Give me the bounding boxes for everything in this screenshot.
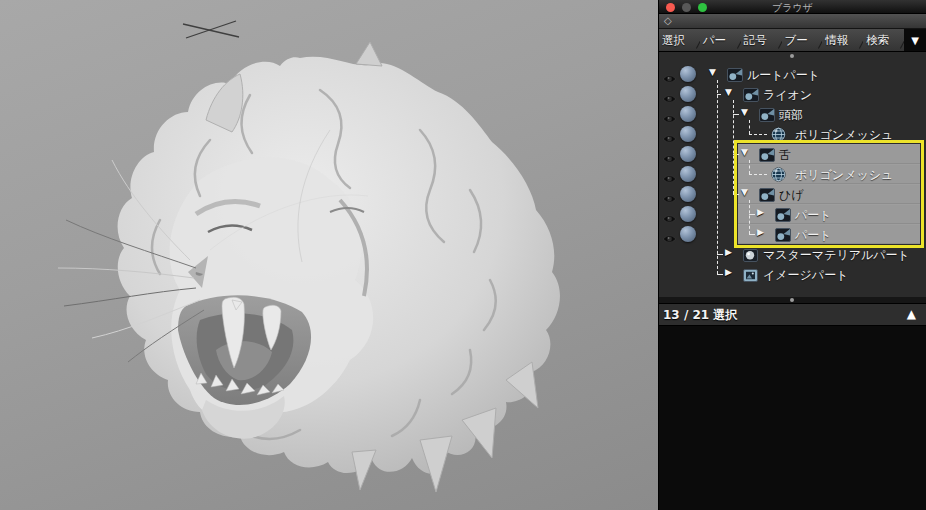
- tree-row[interactable]: ▼ルートパート: [659, 64, 926, 84]
- tree-guide-line: [749, 214, 755, 215]
- status-bar: 13 / 21 選択 ▲: [659, 303, 926, 326]
- expand-panel-triangle[interactable]: ▲: [907, 307, 916, 321]
- tree-row[interactable]: ▼頭部: [659, 104, 926, 124]
- part-icon: [775, 207, 791, 221]
- visibility-eye-icon[interactable]: [662, 189, 677, 199]
- part-icon: [727, 67, 743, 81]
- tree-guide-line: [733, 194, 739, 195]
- tree-row[interactable]: ポリゴンメッシュ: [659, 124, 926, 144]
- part-icon: [759, 107, 775, 121]
- tree-guide-line: [717, 274, 723, 275]
- tree-row-label: ポリゴンメッシュ: [795, 127, 893, 144]
- part-icon: [775, 227, 791, 241]
- visibility-eye-icon[interactable]: [662, 149, 677, 159]
- splitter-handle-bottom[interactable]: [790, 298, 794, 302]
- browser-panel: ブラウザ ◇ 選択パー記号ブー情報検索▼ ▼ルートパート▼ライオン▼頭部ポリゴン…: [658, 0, 926, 510]
- tree-row[interactable]: ▶マスターマテリアルパート: [659, 244, 926, 264]
- tab-5[interactable]: 情報: [822, 29, 863, 51]
- part-icon: [759, 187, 775, 201]
- tree-row[interactable]: ▶イメージパート: [659, 264, 926, 284]
- app-window: ブラウザ ◇ 選択パー記号ブー情報検索▼ ▼ルートパート▼ライオン▼頭部ポリゴン…: [0, 0, 926, 510]
- visibility-eye-icon[interactable]: [662, 109, 677, 119]
- expand-triangle-icon[interactable]: ▶: [725, 247, 737, 257]
- expand-triangle-icon[interactable]: ▶: [757, 207, 769, 217]
- tree-row[interactable]: ▶パート: [659, 224, 926, 244]
- tree-row-label: パート: [795, 227, 832, 244]
- expand-triangle-icon[interactable]: ▶: [725, 267, 737, 277]
- tree-row-label: パート: [795, 207, 832, 224]
- tree-row-label: 頭部: [779, 107, 803, 124]
- scene-hierarchy-tree[interactable]: ▼ルートパート▼ライオン▼頭部ポリゴンメッシュ▼舌ポリゴンメッシュ▼ひげ▶パート…: [659, 52, 926, 297]
- tree-guide-line: [749, 120, 750, 134]
- panel-titlebar[interactable]: ブラウザ: [659, 0, 926, 14]
- render-flag-sphere-icon[interactable]: [680, 106, 696, 122]
- panel-empty-area: [659, 326, 926, 510]
- tab-6[interactable]: 検索: [863, 29, 904, 51]
- visibility-eye-icon[interactable]: [662, 69, 677, 79]
- part-icon: [759, 147, 775, 161]
- expand-triangle-icon[interactable]: ▶: [757, 227, 769, 237]
- tab-overflow-button[interactable]: ▼: [904, 29, 926, 51]
- filter-bar[interactable]: ◇: [659, 14, 926, 29]
- render-flag-sphere-icon[interactable]: [680, 66, 696, 82]
- visibility-eye-icon[interactable]: [662, 89, 677, 99]
- tree-row-label: ルートパート: [747, 67, 820, 84]
- tree-row-label: イメージパート: [763, 267, 848, 284]
- mesh-icon: [771, 167, 787, 181]
- tab-4[interactable]: ブー: [782, 29, 823, 51]
- tree-guide-line: [749, 174, 767, 175]
- render-flag-sphere-icon[interactable]: [680, 86, 696, 102]
- selection-count: 13 / 21 選択: [663, 307, 737, 324]
- tab-bar: 選択パー記号ブー情報検索▼: [659, 29, 926, 52]
- collapse-triangle-icon[interactable]: ▼: [741, 187, 753, 197]
- tree-row[interactable]: ▼ライオン: [659, 84, 926, 104]
- image-icon: [743, 267, 759, 281]
- tree-row-label: マスターマテリアルパート: [763, 247, 910, 264]
- tree-guide-line: [717, 254, 723, 255]
- material-icon: [743, 247, 759, 261]
- collapse-triangle-icon[interactable]: ▼: [725, 87, 737, 97]
- visibility-eye-icon[interactable]: [662, 229, 677, 239]
- tree-guide-line: [749, 200, 750, 234]
- tab-3[interactable]: 記号: [741, 29, 782, 51]
- tree-guide-line: [733, 114, 739, 115]
- render-flag-sphere-icon[interactable]: [680, 146, 696, 162]
- collapse-triangle-icon[interactable]: ▼: [741, 147, 753, 157]
- tree-row-label: ひげ: [779, 187, 804, 204]
- tree-guide-line: [749, 160, 750, 174]
- render-flag-sphere-icon[interactable]: [680, 226, 696, 242]
- shape-filter-icon[interactable]: ◇: [664, 15, 672, 26]
- camera-target-marker: [183, 21, 239, 38]
- tree-guide-line: [717, 80, 718, 274]
- render-flag-sphere-icon[interactable]: [680, 166, 696, 182]
- visibility-eye-icon[interactable]: [662, 169, 677, 179]
- tree-row[interactable]: ▶パート: [659, 204, 926, 224]
- tab-2[interactable]: パー: [700, 29, 741, 51]
- visibility-eye-icon[interactable]: [662, 129, 677, 139]
- 3d-viewport[interactable]: [0, 0, 658, 510]
- mesh-icon: [771, 127, 787, 141]
- tab-1[interactable]: 選択: [659, 29, 700, 51]
- collapse-triangle-icon[interactable]: ▼: [741, 107, 753, 117]
- tree-row-label: 舌: [779, 147, 791, 164]
- tree-row-label: ポリゴンメッシュ: [795, 167, 893, 184]
- render-flag-sphere-icon[interactable]: [680, 186, 696, 202]
- splitter-handle-top[interactable]: [790, 54, 794, 58]
- render-flag-sphere-icon[interactable]: [680, 126, 696, 142]
- tree-row[interactable]: ▼舌: [659, 144, 926, 164]
- panel-title: ブラウザ: [659, 1, 926, 15]
- part-icon: [743, 87, 759, 101]
- render-flag-sphere-icon[interactable]: [680, 206, 696, 222]
- collapse-triangle-icon[interactable]: ▼: [709, 67, 721, 77]
- visibility-eye-icon[interactable]: [662, 209, 677, 219]
- tree-row[interactable]: ポリゴンメッシュ: [659, 164, 926, 184]
- tree-guide-line: [733, 154, 739, 155]
- tree-guide-line: [749, 234, 755, 235]
- tree-row-label: ライオン: [763, 87, 812, 104]
- tree-guide-line: [749, 134, 767, 135]
- tree-row[interactable]: ▼ひげ: [659, 184, 926, 204]
- lion-head-model: [0, 0, 658, 510]
- tree-guide-line: [717, 94, 721, 95]
